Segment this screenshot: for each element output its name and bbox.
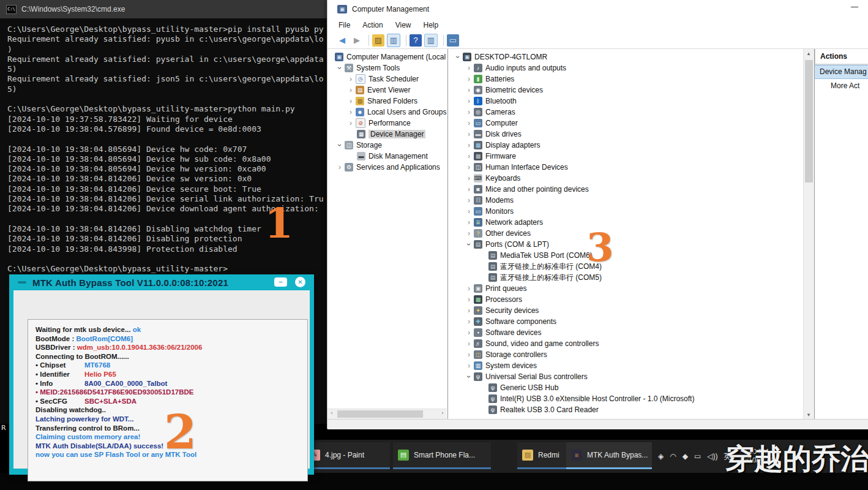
chevron-icon[interactable] bbox=[464, 75, 474, 83]
chevron-icon[interactable] bbox=[464, 229, 474, 238]
help-icon[interactable]: ? bbox=[410, 34, 422, 47]
console-tree-item[interactable]: ◷ Task Scheduler bbox=[327, 74, 447, 85]
chevron-icon[interactable] bbox=[335, 64, 345, 72]
chevron-icon[interactable] bbox=[464, 196, 474, 205]
menu-item[interactable]: Help bbox=[417, 21, 445, 29]
device-tree-item[interactable]: ▣ Print queues bbox=[448, 283, 804, 294]
device-tree-item[interactable]: ♪ Audio inputs and outputs bbox=[448, 62, 804, 74]
mtk-titlebar[interactable]: MTK Auth Bypass Tool V11.0.0.0:08:10:202… bbox=[9, 274, 314, 290]
chevron-icon[interactable] bbox=[464, 64, 474, 72]
console-tree-item[interactable]: ☻ Local Users and Groups bbox=[327, 107, 447, 118]
chevron-icon[interactable] bbox=[464, 218, 474, 227]
chevron-icon[interactable] bbox=[464, 328, 474, 337]
minimize-button[interactable]: — bbox=[845, 2, 864, 15]
chevron-icon[interactable] bbox=[464, 361, 474, 370]
console-tree-item[interactable]: ⚙ Services and Applications bbox=[327, 162, 447, 173]
device-tree-item[interactable]: ▩ Firmware bbox=[448, 151, 804, 162]
console-tree-item[interactable]: ⚒ System Tools bbox=[327, 62, 447, 74]
device-tree-item[interactable]: ψ Generic USB Hub bbox=[448, 382, 804, 393]
menu-item[interactable]: File bbox=[327, 21, 356, 29]
scrollbar-thumb[interactable] bbox=[805, 60, 813, 183]
device-tree-item[interactable]: ▣ DESKTOP-4GTLOMR bbox=[448, 51, 804, 62]
scroll-up-icon[interactable]: ▴ bbox=[804, 50, 814, 56]
console-tree-icon[interactable]: ▥ bbox=[387, 34, 400, 47]
chevron-icon[interactable] bbox=[464, 339, 474, 348]
chevron-icon[interactable] bbox=[464, 207, 474, 216]
device-tree-item[interactable]: ≣ Network adapters bbox=[448, 217, 804, 228]
device-tree-item[interactable]: ◎ Cameras bbox=[448, 107, 804, 118]
chevron-icon[interactable] bbox=[464, 163, 474, 172]
device-tree-item[interactable]: ◫ Storage controllers bbox=[448, 349, 804, 360]
more-actions-item[interactable]: More Act bbox=[815, 79, 868, 92]
chevron-icon[interactable] bbox=[464, 97, 474, 105]
chevron-icon[interactable] bbox=[464, 306, 474, 315]
device-tree-item[interactable]: ▩ Processors bbox=[448, 294, 804, 305]
chevron-icon[interactable] bbox=[464, 284, 474, 293]
chevron-icon[interactable] bbox=[464, 108, 474, 116]
show-hide-icon[interactable]: ▥ bbox=[424, 34, 438, 47]
menu-item[interactable]: View bbox=[389, 21, 417, 29]
device-tree-item[interactable]: ▦ Display adapters bbox=[448, 140, 804, 151]
back-icon[interactable]: ◀ bbox=[336, 34, 348, 47]
device-tree-item[interactable]: ψ Realtek USB 3.0 Card Reader bbox=[448, 404, 804, 415]
forward-icon[interactable]: ▶ bbox=[351, 34, 363, 47]
cm-titlebar[interactable]: ▣ Computer Management — bbox=[327, 0, 868, 18]
device-tree-item[interactable]: ✦ Security devices bbox=[448, 305, 804, 316]
device-tree-item[interactable]: ♬ Sound, video and game controllers bbox=[448, 338, 804, 349]
chevron-icon[interactable] bbox=[464, 372, 474, 381]
scrollbar-thumb[interactable] bbox=[337, 410, 423, 418]
scroll-right-icon[interactable]: › bbox=[438, 410, 447, 416]
device-tree-item[interactable]: ▥ System devices bbox=[448, 360, 804, 371]
chevron-icon[interactable] bbox=[464, 350, 474, 359]
chevron-icon[interactable] bbox=[464, 174, 474, 183]
device-tree-item[interactable]: ▤ 蓝牙链接上的标准串行 (COM4) bbox=[448, 261, 804, 272]
chevron-icon[interactable] bbox=[453, 53, 463, 61]
console-window-icon[interactable]: ▭ bbox=[447, 34, 459, 47]
chevron-icon[interactable] bbox=[464, 119, 474, 127]
device-tree-item[interactable]: ▤ 蓝牙链接上的标准串行 (COM5) bbox=[448, 272, 804, 283]
chevron-icon[interactable] bbox=[464, 185, 474, 194]
menu-item[interactable]: Action bbox=[356, 21, 389, 29]
console-tree-item[interactable]: ▣ Computer Management (Local bbox=[327, 51, 447, 62]
scroll-left-icon[interactable]: ‹ bbox=[327, 410, 336, 416]
minimize-button[interactable]: – bbox=[274, 277, 287, 287]
taskbar-app-button[interactable]: ≡ MTK Auth Bypas... bbox=[566, 442, 652, 469]
device-tree-item[interactable]: ψ Intel(R) USB 3.0 eXtensible Host Contr… bbox=[448, 393, 804, 404]
chevron-icon[interactable] bbox=[346, 97, 356, 105]
device-tree-item[interactable]: ◉ Biometric devices bbox=[448, 85, 804, 96]
device-tree-item[interactable]: ▪ Software devices bbox=[448, 327, 804, 338]
device-tree-item[interactable]: ▭ Monitors bbox=[448, 206, 804, 217]
device-tree-item[interactable]: ▤ MediaTek USB Port (COM6) bbox=[448, 250, 804, 261]
device-tree-item[interactable]: ✚ Software components bbox=[448, 316, 804, 327]
chevron-icon[interactable] bbox=[335, 141, 345, 149]
device-tree-item[interactable]: ▬ Disk drives bbox=[448, 129, 804, 140]
chevron-icon[interactable] bbox=[464, 152, 474, 160]
chevron-icon[interactable] bbox=[335, 163, 345, 172]
actions-device-manager-item[interactable]: Device Manag bbox=[815, 65, 868, 79]
chevron-icon[interactable] bbox=[346, 75, 356, 83]
chevron-icon[interactable] bbox=[464, 141, 474, 149]
close-button[interactable]: ✕ bbox=[295, 277, 305, 287]
taskbar-app-button[interactable]: ✎ 4.jpg - Paint bbox=[304, 442, 390, 469]
chevron-icon[interactable] bbox=[464, 295, 474, 304]
console-tree-item[interactable]: ▨ Shared Folders bbox=[327, 96, 447, 107]
device-tree-item[interactable]: ◙ Mice and other pointing devices bbox=[448, 184, 804, 195]
chevron-icon[interactable] bbox=[346, 108, 356, 116]
console-tree-item[interactable]: ▤ Event Viewer bbox=[327, 85, 447, 96]
device-tree-item[interactable]: ψ Universal Serial Bus controllers bbox=[448, 371, 804, 382]
device-tree-item[interactable]: ◫ Human Interface Devices bbox=[448, 162, 804, 173]
scroll-down-icon[interactable]: ▾ bbox=[804, 412, 814, 418]
chevron-icon[interactable] bbox=[464, 240, 474, 249]
horizontal-scrollbar[interactable]: ‹ › bbox=[327, 409, 447, 419]
device-tree-item[interactable]: ᛒ Bluetooth bbox=[448, 96, 804, 107]
device-tree-item[interactable]: ☷ Modems bbox=[448, 195, 804, 206]
device-tree-item[interactable]: ▭ Computer bbox=[448, 118, 804, 129]
device-tree-item[interactable]: ⌨ Keyboards bbox=[448, 173, 804, 184]
chevron-icon[interactable] bbox=[464, 130, 474, 138]
chevron-icon[interactable] bbox=[346, 86, 356, 94]
chevron-icon[interactable] bbox=[464, 317, 474, 326]
device-tree-item[interactable]: ? Other devices bbox=[448, 228, 804, 239]
console-tree-item[interactable]: ⊘ Performance bbox=[327, 118, 447, 129]
console-tree-item[interactable]: ▦ Device Manager bbox=[327, 129, 447, 140]
folder-export-icon[interactable]: ▨ bbox=[372, 34, 384, 47]
